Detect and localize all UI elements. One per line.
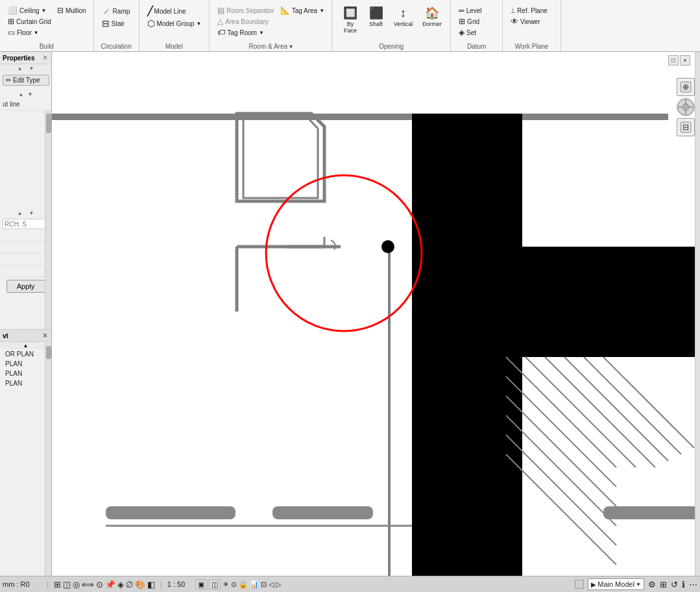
arrow-icon[interactable]: ◁ bbox=[269, 580, 274, 589]
detail-level-icon[interactable]: ▣ bbox=[195, 580, 207, 589]
shadow-icon[interactable]: ◧ bbox=[147, 580, 155, 589]
color-icon[interactable]: 🎨 bbox=[135, 580, 145, 589]
ribbon-group-circulation: ⟋ Ramp ⊟ Stair Circulation bbox=[94, 0, 139, 51]
analytics-icon[interactable]: 📊 bbox=[250, 580, 259, 589]
reveal-icon[interactable]: ⊙ bbox=[96, 580, 103, 589]
main-model-dropdown[interactable]: ▶ Main Model ▼ bbox=[588, 578, 644, 590]
browser-scroll-thumb bbox=[46, 346, 51, 359]
properties-close-button[interactable]: × bbox=[42, 53, 49, 62]
model-group-icon: ⬡ bbox=[147, 18, 155, 29]
browser-item-plan2[interactable]: PLAN bbox=[0, 359, 51, 369]
build-label: Build bbox=[0, 43, 93, 50]
status-text: mm : R0 bbox=[3, 580, 42, 588]
thin-icon[interactable]: ∅ bbox=[126, 580, 133, 589]
sun-icon[interactable]: ☀ bbox=[223, 580, 229, 589]
level-icon: ═ bbox=[459, 6, 465, 15]
search-up-btn[interactable]: ▲ bbox=[18, 210, 23, 216]
grid-button[interactable]: ⊞ Grid bbox=[456, 16, 482, 27]
settings-icon[interactable]: ⚙ bbox=[648, 580, 656, 589]
vertical-icon: ↕ bbox=[400, 6, 406, 21]
prop-up-button[interactable]: ▲ bbox=[19, 92, 24, 97]
isolate-icon[interactable]: ◈ bbox=[117, 580, 124, 589]
level-button[interactable]: ═ Level bbox=[456, 5, 484, 16]
tag-area-button[interactable]: 📐 Tag Area ▼ bbox=[278, 5, 327, 16]
curtain-grid-button[interactable]: ⊞ Curtain Grid bbox=[5, 16, 54, 27]
project-browser: vt × ▲ OR PLAN PLAN PLAN PLAN bbox=[0, 329, 52, 576]
pin-icon[interactable]: 📌 bbox=[105, 580, 115, 589]
zoom-out-button[interactable]: ⊟ bbox=[677, 118, 695, 136]
ref-plane-button[interactable]: ⟂ Ref. Plane bbox=[508, 5, 550, 16]
tag-area-dropdown-icon: ▼ bbox=[319, 8, 324, 14]
model-line-button[interactable]: ╱ Model Line bbox=[145, 5, 189, 17]
browser-scrollbar[interactable] bbox=[45, 343, 51, 576]
byface-button[interactable]: 🔲 ByFace bbox=[337, 5, 363, 36]
layer-icon[interactable]: ◫ bbox=[63, 580, 71, 589]
area-boundary-button[interactable]: △ Area Boundary bbox=[215, 16, 271, 27]
crop-icon[interactable]: ⊡ bbox=[261, 580, 267, 589]
browser-scroll-up[interactable]: ▲ bbox=[0, 342, 51, 349]
browser-item-floor-plan[interactable]: OR PLAN bbox=[0, 349, 51, 359]
stair-button[interactable]: ⊟ Stair bbox=[99, 18, 128, 29]
tag-room-button[interactable]: 🏷 Tag Room ▼ bbox=[215, 27, 267, 38]
property-row-1 bbox=[0, 230, 51, 242]
room-area-label: Room & Area ▾ bbox=[210, 43, 332, 50]
room-sep-icon: ▤ bbox=[217, 6, 224, 15]
collapse-up-button[interactable]: ▲ bbox=[18, 66, 23, 71]
viewport-maximize-button[interactable]: □ bbox=[668, 55, 679, 66]
svg-point-26 bbox=[381, 240, 394, 253]
area-bound-icon: △ bbox=[217, 17, 223, 26]
info-icon[interactable]: ℹ bbox=[682, 580, 685, 589]
edit-type-button[interactable]: ✏ Edit Type bbox=[3, 75, 49, 86]
ribbon-group-workplane: ⟂ Ref. Plane 👁 Viewer Work Plane bbox=[503, 0, 561, 51]
grid-toggle-icon[interactable]: ⊞ bbox=[54, 580, 61, 589]
viewer-button[interactable]: 👁 Viewer bbox=[508, 16, 542, 27]
snap-icon[interactable]: ◎ bbox=[73, 580, 80, 589]
property-search-input[interactable] bbox=[3, 219, 49, 229]
mullion-button[interactable]: ⊟ Mullion bbox=[54, 5, 89, 16]
nav-wheel-button[interactable] bbox=[677, 98, 695, 116]
render-icon[interactable]: ⊙ bbox=[231, 580, 237, 589]
viewport-close-button[interactable]: × bbox=[680, 55, 690, 66]
model-toggle[interactable] bbox=[575, 580, 584, 589]
svg-rect-1 bbox=[52, 114, 668, 120]
svg-rect-20 bbox=[603, 506, 700, 519]
viewer-icon: 👁 bbox=[511, 17, 518, 26]
panel-scroll-thumb bbox=[46, 114, 51, 133]
collapse-down-button[interactable]: ▼ bbox=[29, 66, 34, 71]
set-button[interactable]: ◈ Set bbox=[456, 27, 479, 38]
dim-icon[interactable]: ⟺ bbox=[82, 580, 94, 589]
ribbon-group-model: ╱ Model Line ⬡ Model Group ▼ Model bbox=[139, 0, 210, 51]
arrow-right-icon[interactable]: ▷ bbox=[276, 580, 281, 589]
prop-down-button[interactable]: ▼ bbox=[28, 92, 33, 97]
visual-style-icon[interactable]: ◫ bbox=[209, 580, 221, 589]
svg-rect-5 bbox=[412, 247, 700, 357]
more-icon[interactable]: ⋯ bbox=[689, 580, 697, 589]
apply-button[interactable]: Apply bbox=[6, 280, 45, 293]
ramp-button[interactable]: ⟋ Ramp bbox=[99, 5, 133, 17]
canvas-resize-handle[interactable] bbox=[695, 52, 700, 576]
shaft-button[interactable]: ⬛ Shaft bbox=[365, 5, 387, 29]
search-down-btn[interactable]: ▼ bbox=[29, 210, 34, 216]
model-group-button[interactable]: ⬡ Model Group ▼ bbox=[145, 18, 204, 29]
browser-item-plan3[interactable]: PLAN bbox=[0, 369, 51, 378]
vertical-button[interactable]: ↕ Vertical bbox=[389, 5, 418, 29]
main-model-icon: ▶ bbox=[591, 581, 596, 588]
tag-area-icon: 📐 bbox=[280, 6, 290, 15]
property-row-2 bbox=[0, 242, 51, 254]
curtain-grid-icon: ⊞ bbox=[8, 17, 14, 26]
sync-icon[interactable]: ↺ bbox=[671, 580, 678, 589]
browser-close-button[interactable]: × bbox=[42, 331, 49, 340]
ribbon: ⬜ Ceiling ▼ ⊞ Curtain Grid ▭ Floor ▼ bbox=[0, 0, 700, 52]
room-separator-button[interactable]: ▤ Room Separator bbox=[215, 5, 276, 16]
dormer-icon: 🏠 bbox=[425, 6, 439, 21]
dormer-button[interactable]: 🏠 Dormer bbox=[419, 5, 445, 29]
browser-item-plan4[interactable]: PLAN bbox=[0, 378, 51, 388]
properties-title: Properties bbox=[3, 55, 34, 62]
lock-icon[interactable]: 🔒 bbox=[239, 580, 248, 589]
apps-icon[interactable]: ⊞ bbox=[660, 580, 667, 589]
floor-button[interactable]: ▭ Floor ▼ bbox=[5, 27, 42, 38]
status-bar: mm : R0 | ⊞ ◫ ◎ ⟺ ⊙ 📌 ◈ ∅ 🎨 ◧ | 1 : 50 ▣… bbox=[0, 576, 700, 592]
ceiling-button[interactable]: ⬜ Ceiling ▼ bbox=[5, 5, 49, 16]
tag-room-dropdown-icon: ▼ bbox=[259, 30, 264, 36]
zoom-in-button[interactable]: ⊕ bbox=[677, 78, 695, 96]
